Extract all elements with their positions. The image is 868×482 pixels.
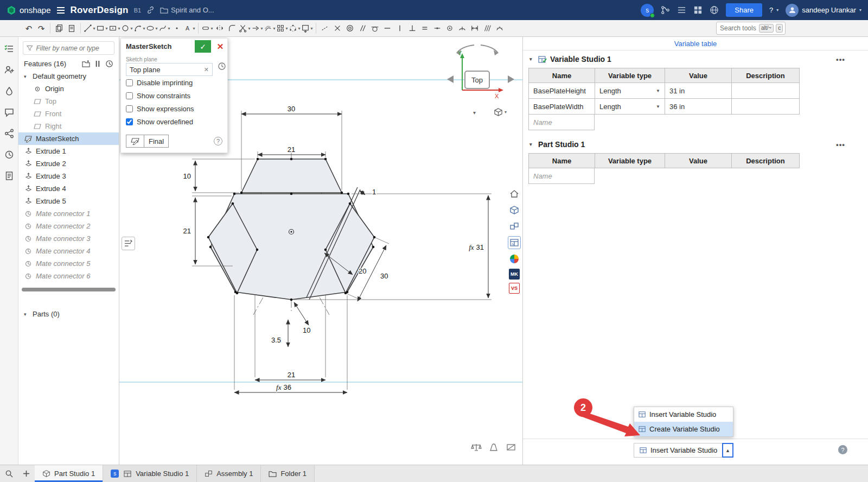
- confirm-sketch-button[interactable]: ✓: [195, 40, 211, 53]
- part-studio-section-header[interactable]: ▾ Part Studio 1 •••: [523, 136, 868, 153]
- graphics-canvas[interactable]: 30 21 10 21 1 20 30 fx31 10 3.5 21 fx36: [119, 37, 522, 465]
- slot-tool-button[interactable]: ▾: [201, 21, 213, 35]
- tree-item-mate-connector-2[interactable]: Mate connector 2: [18, 220, 119, 232]
- show-constraints-checkbox[interactable]: [126, 92, 133, 99]
- tree-item-right-plane[interactable]: Right: [18, 120, 119, 132]
- view-cube-top-face[interactable]: Top: [464, 71, 490, 89]
- comments-icon[interactable]: [2, 106, 16, 119]
- tree-item-top-plane[interactable]: Top: [18, 95, 119, 107]
- menu-item-create-variable-studio[interactable]: Create Variable Studio: [634, 422, 733, 436]
- insert-variable-studio-button[interactable]: Insert Variable Studio: [634, 443, 723, 458]
- variable-name-cell[interactable]: BasePlateWidth: [529, 99, 595, 115]
- point-tool-button[interactable]: [171, 21, 183, 35]
- render-studio-icon[interactable]: [508, 252, 521, 265]
- appearance-icon[interactable]: [2, 85, 16, 98]
- chevron-down-icon[interactable]: ▼: [653, 88, 660, 93]
- top-flap-face[interactable]: [241, 159, 342, 193]
- tree-item-front-plane[interactable]: Front: [18, 107, 119, 120]
- dimension-label[interactable]: 10: [303, 326, 310, 334]
- feature-filter[interactable]: [23, 41, 114, 55]
- versions-graph-icon[interactable]: [661, 5, 670, 15]
- presence-avatar[interactable]: s: [641, 4, 654, 17]
- mk-app-icon[interactable]: MK: [509, 269, 520, 280]
- dimension-label[interactable]: 21: [288, 371, 295, 379]
- intersection-button[interactable]: [331, 21, 343, 35]
- mirror-tool-button[interactable]: [214, 21, 226, 35]
- paste-entities-button[interactable]: [66, 21, 78, 35]
- horizontal-constraint-button[interactable]: [381, 21, 393, 35]
- copy-entities-button[interactable]: [53, 21, 65, 35]
- variable-studio-section-header[interactable]: ▾ Variable Studio 1 •••: [523, 50, 868, 68]
- tree-item-mate-connector-4[interactable]: Mate connector 4: [18, 245, 119, 257]
- dimension-tool-button[interactable]: [469, 21, 481, 35]
- insert-menu-toggle-button[interactable]: ▲: [722, 443, 733, 458]
- circular-pattern-button[interactable]: ▾: [289, 21, 301, 35]
- tab-folder-1[interactable]: Folder 1: [261, 465, 315, 482]
- undo-button[interactable]: ↶: [23, 21, 35, 35]
- home-view-icon[interactable]: [508, 187, 521, 200]
- rotate-view-arrows[interactable]: [457, 45, 498, 53]
- dialog-help-icon[interactable]: ?: [214, 137, 222, 145]
- checkbox-show-overdefined[interactable]: Show overdefined: [126, 115, 222, 128]
- tree-item-origin[interactable]: Origin: [18, 83, 119, 95]
- dimension-label[interactable]: 3.5: [271, 336, 281, 344]
- dimension-label[interactable]: 20: [359, 267, 366, 275]
- follow-mode-icon[interactable]: [2, 64, 16, 77]
- tree-group-default-geometry[interactable]: ▾Default geometry: [18, 70, 119, 83]
- measure-scale-icon[interactable]: [471, 443, 482, 452]
- cancel-sketch-button[interactable]: ✕: [213, 40, 227, 53]
- tree-item-extrude-4[interactable]: Extrude 4: [18, 182, 119, 195]
- line-tool-button[interactable]: ▾: [84, 21, 95, 35]
- center-rectangle-tool-button[interactable]: ▾: [108, 21, 120, 35]
- text-tool-button[interactable]: A▾: [183, 21, 195, 35]
- share-button[interactable]: Share: [726, 3, 762, 17]
- sketch-geometry[interactable]: [208, 159, 374, 300]
- view-options-button[interactable]: ▾: [494, 107, 507, 117]
- circle-tool-button[interactable]: ▾: [121, 21, 133, 35]
- dimension-label[interactable]: 30: [288, 105, 295, 113]
- parallel-constraint-button[interactable]: [356, 21, 368, 35]
- tree-collapse-toggle[interactable]: [122, 237, 135, 250]
- tab-search-icon[interactable]: [0, 465, 17, 482]
- variable-type-cell[interactable]: Length▼: [595, 83, 665, 99]
- tab-part-studio-1[interactable]: Part Studio 1: [35, 465, 103, 482]
- part-studio-shortcut-icon[interactable]: [508, 204, 521, 217]
- midpoint-constraint-button[interactable]: [431, 21, 443, 35]
- tab-assembly-1[interactable]: Assembly 1: [197, 465, 261, 482]
- dimension-label[interactable]: 30: [380, 272, 388, 280]
- show-hide-constraints-button[interactable]: [481, 21, 493, 35]
- linear-pattern-button[interactable]: ▾: [276, 21, 288, 35]
- tab-variable-studio-1[interactable]: s Variable Studio 1: [103, 465, 197, 482]
- ellipse-tool-button[interactable]: ▾: [146, 21, 158, 35]
- tangent-constraint-button[interactable]: [369, 21, 381, 35]
- menu-item-insert-variable-studio[interactable]: Insert Variable Studio: [634, 407, 733, 422]
- panel-help-icon[interactable]: ?: [838, 445, 847, 454]
- add-tab-icon[interactable]: [17, 465, 35, 482]
- tree-scrollbar[interactable]: [22, 288, 116, 291]
- breadcrumb[interactable]: Spirit and O...: [160, 6, 214, 14]
- section-menu-icon[interactable]: •••: [836, 141, 845, 149]
- copy-link-icon[interactable]: [146, 6, 155, 14]
- version-badge[interactable]: B1: [134, 7, 141, 14]
- language-globe-icon[interactable]: [710, 5, 719, 15]
- view-cube[interactable]: Y X Top: [443, 40, 519, 112]
- variable-value-cell[interactable]: 31 in: [665, 83, 732, 99]
- corner-rectangle-tool-button[interactable]: ▾: [96, 21, 108, 35]
- view-cube-menu-caret[interactable]: ▾: [473, 110, 476, 116]
- changelist-icon[interactable]: [677, 5, 686, 15]
- redo-button[interactable]: ↷: [35, 21, 47, 35]
- tree-item-mate-connector-3[interactable]: Mate connector 3: [18, 232, 119, 245]
- show-expressions-checkbox[interactable]: [126, 105, 133, 112]
- extend-tool-button[interactable]: ▾: [251, 21, 263, 35]
- share-connections-icon[interactable]: [2, 127, 16, 140]
- help-menu-button[interactable]: ?▾: [769, 6, 778, 14]
- tool-search-input[interactable]: [720, 24, 757, 32]
- final-toggle-button[interactable]: Final: [144, 135, 169, 148]
- clear-selection-icon[interactable]: ✕: [204, 66, 209, 73]
- tree-item-mate-connector-5[interactable]: Mate connector 5: [18, 257, 119, 270]
- dimension-label[interactable]: 10: [183, 172, 191, 180]
- concentric-constraint-button[interactable]: [344, 21, 356, 35]
- chevron-down-icon[interactable]: ▼: [653, 104, 660, 109]
- section-view-icon[interactable]: [506, 443, 516, 452]
- new-variable-name-cell[interactable]: Name: [528, 168, 595, 184]
